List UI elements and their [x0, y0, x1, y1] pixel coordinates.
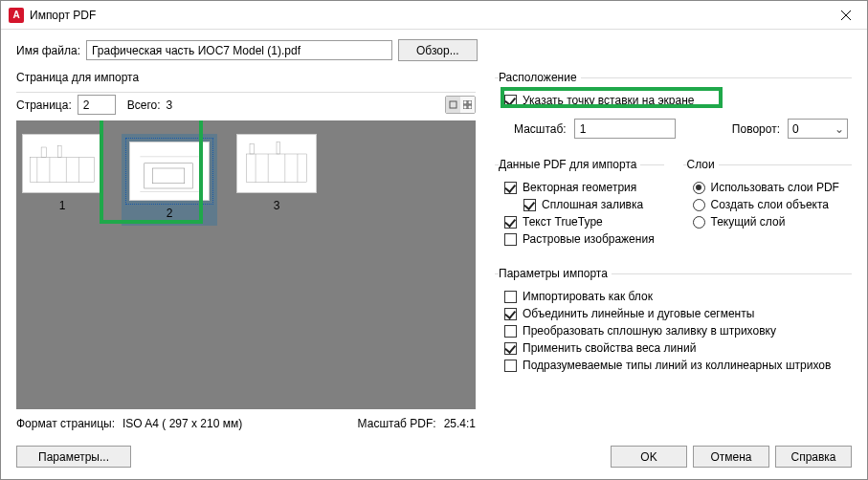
thumb-3-image [236, 134, 317, 193]
vector-checkbox[interactable] [504, 182, 517, 194]
svg-rect-13 [58, 145, 62, 157]
layers-group: Слои Использовать слои PDF Создать слои … [683, 158, 853, 253]
solid-label: Сплошная заливка [542, 198, 643, 211]
page-input[interactable] [78, 95, 116, 115]
thumb-2-image [129, 142, 210, 201]
browse-button[interactable]: Обзор... [398, 39, 478, 61]
scale-label: Масштаб: [514, 122, 567, 136]
truetype-checkbox[interactable] [504, 216, 517, 229]
raster-checkbox[interactable] [504, 233, 517, 246]
view-grid-button[interactable] [460, 97, 475, 113]
infer-linetypes-label: Подразумеваемые типы линий из коллинеарн… [523, 359, 831, 372]
thumb-1-image [22, 134, 102, 193]
location-group: Расположение Указать точку вставки на эк… [495, 71, 852, 144]
page-label: Страница: [16, 98, 72, 112]
as-block-checkbox[interactable] [504, 291, 517, 303]
data-layers-row: Данные PDF для импорта Векторная геометр… [495, 158, 852, 259]
page-row: Страница: Всего: 3 [16, 95, 476, 115]
thumb-2-label: 2 [167, 207, 173, 220]
total-label: Всего: [127, 98, 161, 112]
view-toggle [445, 96, 476, 114]
create-obj-layers-radio[interactable] [693, 199, 705, 211]
params-button[interactable]: Параметры... [16, 446, 131, 468]
close-icon [841, 11, 851, 20]
thumb-2-selected-wrap: 2 [122, 134, 217, 226]
scale-pdf-label: Масштаб PDF: [358, 417, 436, 430]
join-label: Объединить линейные и дуговые сегменты [523, 307, 754, 320]
svg-rect-3 [463, 100, 467, 104]
rotation-label: Поворот: [732, 122, 780, 136]
svg-rect-23 [250, 144, 254, 155]
pdf-data-legend: Данные PDF для импорта [499, 158, 640, 171]
svg-rect-24 [277, 142, 280, 154]
svg-rect-4 [468, 100, 472, 104]
ok-button[interactable]: OK [611, 446, 687, 468]
left-pane: Страница для импорта Страница: Всего: 3 [16, 71, 476, 436]
current-layer-radio[interactable] [693, 216, 705, 229]
view-single-icon [449, 100, 457, 109]
svg-rect-12 [41, 147, 46, 158]
dialog-title: Импорт PDF [30, 9, 824, 22]
import-params-legend: Параметры импорта [499, 267, 612, 280]
filename-row: Имя файла: Обзор... [16, 39, 852, 61]
use-pdf-layers-radio[interactable] [693, 182, 705, 194]
truetype-label: Текст TrueType [523, 215, 603, 229]
create-obj-layers-label: Создать слои объекта [711, 198, 830, 211]
bottom-row: Параметры... OK Отмена Справка [16, 446, 852, 468]
thumbs-row: 1 2 [16, 120, 476, 226]
titlebar: A Импорт PDF [1, 1, 867, 30]
pdf-data-group: Данные PDF для импорта Векторная геометр… [495, 158, 664, 253]
main-area: Страница для импорта Страница: Всего: 3 [16, 71, 852, 436]
layers-legend: Слои [687, 158, 719, 171]
thumb-3[interactable]: 3 [236, 134, 317, 212]
thumb-3-label: 3 [274, 199, 280, 212]
scale-rotation-row: Масштаб: Поворот: ⌄ [499, 119, 848, 139]
filename-label: Имя файла: [16, 44, 80, 57]
specify-point-label: Указать точку вставки на экране [523, 94, 694, 107]
dialog-window: A Импорт PDF Имя файла: Обзор... Страниц… [0, 0, 868, 480]
page-import-legend: Страница для импорта [16, 71, 143, 84]
view-single-button[interactable] [446, 97, 460, 113]
specify-point-row: Указать точку вставки на экране [499, 92, 848, 109]
page-format-label: Формат страницы: [16, 417, 115, 430]
close-button[interactable] [824, 2, 867, 29]
as-block-label: Импортировать как блок [523, 290, 653, 303]
svg-rect-15 [153, 168, 185, 184]
page-format-value: ISO A4 ( 297 x 210 мм) [122, 417, 242, 430]
convert-solid-checkbox[interactable] [504, 325, 517, 338]
help-button[interactable]: Справка [775, 446, 852, 468]
infer-linetypes-checkbox[interactable] [504, 360, 517, 372]
apply-weight-label: Применить свойства веса линий [523, 341, 696, 355]
app-icon: A [9, 8, 24, 23]
thumb-2[interactable]: 2 [129, 142, 210, 220]
specify-point-checkbox[interactable] [504, 95, 517, 107]
svg-rect-6 [468, 105, 472, 109]
page-format-row: Формат страницы: ISO A4 ( 297 x 210 мм) … [16, 417, 476, 430]
filename-input[interactable] [86, 40, 392, 60]
solid-checkbox[interactable] [523, 199, 536, 211]
thumb-1[interactable]: 1 [22, 134, 102, 212]
svg-rect-5 [463, 105, 467, 109]
svg-rect-14 [145, 164, 193, 188]
location-legend: Расположение [499, 71, 581, 84]
scale-input[interactable] [574, 119, 676, 139]
total-value: 3 [167, 98, 173, 112]
chevron-down-icon: ⌄ [832, 122, 847, 136]
rotation-input[interactable] [789, 122, 832, 136]
dialog-content: Имя файла: Обзор... Страница для импорта… [1, 30, 867, 479]
preview-area[interactable]: 1 2 [16, 120, 476, 409]
cancel-button[interactable]: Отмена [693, 446, 769, 468]
join-checkbox[interactable] [504, 308, 517, 320]
scale-pdf-value: 25.4:1 [444, 417, 476, 430]
rotation-dropdown[interactable]: ⌄ [788, 119, 848, 139]
apply-weight-checkbox[interactable] [504, 342, 517, 355]
convert-solid-label: Преобразовать сплошную заливку в штрихов… [523, 324, 776, 338]
raster-label: Растровые изображения [523, 232, 655, 246]
right-pane: Расположение Указать точку вставки на эк… [495, 71, 852, 436]
use-pdf-layers-label: Использовать слои PDF [711, 181, 839, 194]
view-grid-icon [463, 100, 472, 109]
svg-rect-2 [450, 101, 456, 108]
thumb-1-label: 1 [59, 199, 66, 212]
import-params-group: Параметры импорта Импортировать как блок… [495, 267, 852, 380]
vector-label: Векторная геометрия [523, 181, 636, 194]
